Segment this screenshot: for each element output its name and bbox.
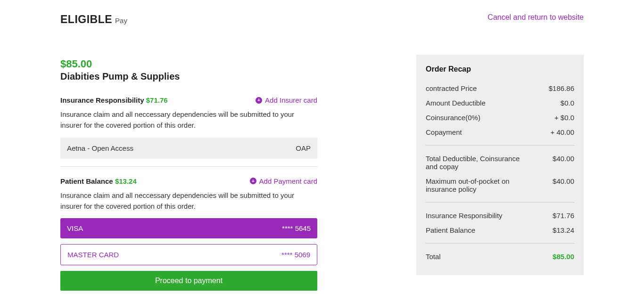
add-insurer-label: Add Insurer card [265,96,317,104]
recap-divider [426,145,574,146]
recap-row-value: $40.00 [553,177,574,185]
payment-card[interactable]: MASTER CARD**** 5069 [60,244,317,265]
proceed-button[interactable]: Proceed to payment [60,271,317,291]
payment-card-last4: **** 5069 [281,251,310,259]
recap-row: Amount Deductible$0.0 [426,96,574,110]
brand-main: ELIGIBLE [60,13,112,26]
insurance-title-prefix: Insurance Responsibility [60,96,146,104]
recap-row: Insurance Responsibility$71.76 [426,208,574,223]
recap-total-label: Total [426,253,441,261]
insurer-card[interactable]: Aetna - Open Access OAP [60,138,317,159]
recap-total-value: $85.00 [553,253,574,261]
brand: ELIGIBLE Pay [60,13,127,26]
recap-divider [426,202,574,203]
insurer-code: OAP [296,144,311,152]
recap-row-value: $40.00 [553,155,574,163]
recap-row: Maximum out-of-pocket on insurance polic… [426,174,574,196]
recap-divider [426,243,574,244]
recap-row: Copayment+ 40.00 [426,125,574,139]
recap-row-label: Amount Deductible [426,99,486,107]
payment-card[interactable]: VISA**** 5645 [60,218,317,238]
plus-circle-icon: + [250,178,256,184]
payment-card-last4: **** 5645 [282,224,311,232]
recap-row-label: Insurance Responsibility [426,212,503,220]
patient-description: Insurance claim and all neccessary depen… [60,190,317,212]
recap-row-value: $0.0 [561,99,574,107]
cancel-link[interactable]: Cancel and return to website [487,13,584,21]
recap-row-label: Maximum out-of-pocket on insurance polic… [426,177,525,193]
payment-card-brand: VISA [67,224,83,232]
recap-row-label: contracted Price [426,84,477,92]
recap-row-label: Total Deductible, Coinsurance and copay [426,155,525,171]
recap-row-value: $13.24 [553,226,574,234]
brand-sub: Pay [115,16,127,24]
recap-row-value: $71.76 [553,212,574,220]
insurance-title: Insurance Responsibility $71.76 [60,96,168,104]
patient-amount: $13.24 [115,177,137,185]
insurance-description: Insurance claim and all neccessary depen… [60,109,317,131]
order-recap: Order Recap contracted Price$186.86Amoun… [416,55,584,275]
plus-circle-icon: + [256,97,262,104]
recap-row: Patient Balance$13.24 [426,223,574,237]
order-price: $85.00 [60,58,317,70]
recap-title: Order Recap [426,65,574,73]
recap-row: contracted Price$186.86 [426,81,574,96]
add-payment-label: Add Payment card [259,177,317,185]
recap-row-value: + 40.00 [551,128,574,136]
recap-row-value: + $0.0 [554,114,574,122]
patient-title-prefix: Patient Balance [60,177,115,185]
recap-row: Coinsurance(0%)+ $0.0 [426,110,574,125]
insurer-name: Aetna - Open Access [67,144,133,152]
add-insurer-button[interactable]: + Add Insurer card [256,96,317,104]
recap-row-label: Coinsurance(0%) [426,114,480,122]
product-name: Diabities Pump & Supplies [60,71,317,82]
add-payment-button[interactable]: + Add Payment card [250,177,317,185]
section-divider [60,166,317,167]
patient-title: Patient Balance $13.24 [60,177,137,185]
recap-row-label: Patient Balance [426,226,475,234]
payment-card-brand: MASTER CARD [67,251,119,259]
insurance-amount: $71.76 [146,96,168,104]
recap-row-label: Copayment [426,128,462,136]
recap-row-value: $186.86 [549,84,574,92]
recap-row: Total Deductible, Coinsurance and copay$… [426,151,574,174]
